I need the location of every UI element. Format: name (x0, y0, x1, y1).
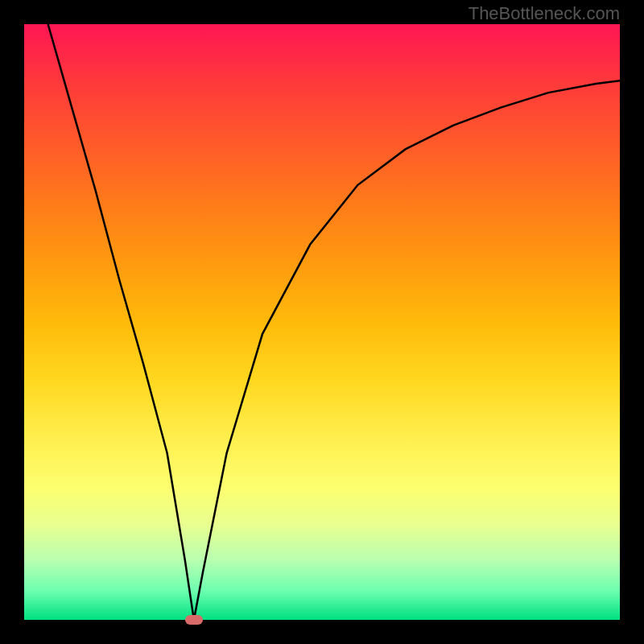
watermark-text: TheBottleneck.com (469, 3, 620, 24)
minimum-marker (185, 615, 203, 625)
chart-background-gradient (24, 24, 620, 620)
